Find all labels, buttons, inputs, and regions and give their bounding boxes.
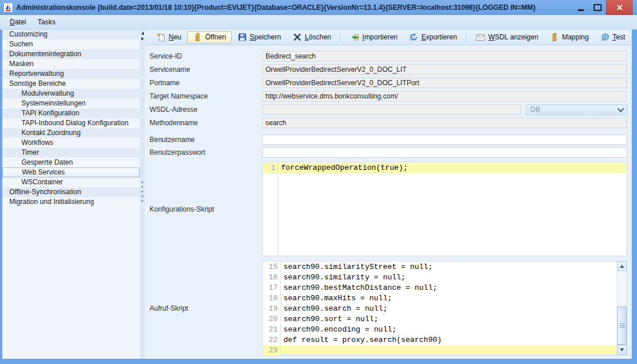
close-button[interactable] (606, 0, 633, 15)
loeschen-button[interactable]: Löschen (287, 31, 337, 43)
vertical-scrollbar[interactable] (617, 261, 627, 355)
target-namespace-field[interactable] (262, 91, 627, 101)
splitter-collapse-arrows[interactable] (140, 32, 144, 41)
webservice-form: Service-ID Servicename Portname Target N… (145, 45, 632, 359)
sidebar-item-kontakt-zuordnung[interactable]: Kontakt Zuordnung (2, 128, 140, 138)
sidebar-item-sonstige-bereiche[interactable]: Sonstige Bereiche (2, 79, 140, 89)
scrollbar-thumb[interactable] (617, 307, 627, 345)
sidebar-item-tapi-inbound-dialog-konfiguration[interactable]: TAPI-Inbound Dialog Konfiguration (2, 118, 140, 128)
code-line: search90.encoding = null; (281, 325, 617, 335)
sidebar-item-label: Dokumentenintegration (9, 50, 81, 58)
service-id-row: Service-ID (150, 51, 627, 61)
main-area: Customizing Suchen Dokumentenintegration… (2, 30, 632, 359)
sidebar-item-label: Modulverwaltung (21, 89, 74, 97)
maximize-icon (594, 4, 602, 11)
save-icon (238, 32, 247, 42)
portname-field[interactable] (262, 78, 627, 88)
content-pane: Neu Öffnen Speichern Löschen Import (145, 30, 632, 359)
sidebar-item-offline-synchronisation[interactable]: Offline-Synchronisation (2, 187, 140, 197)
scroll-down-button[interactable] (617, 345, 627, 355)
sidebar-item-systemeinstellungen[interactable]: Systemeinstellungen (2, 99, 140, 108)
chevron-down-icon (620, 348, 624, 351)
benutzername-label: Benutzername (150, 136, 262, 144)
service-id-label: Service-ID (150, 52, 262, 60)
navigation-sidebar: Customizing Suchen Dokumentenintegration… (2, 30, 140, 359)
sidebar-item-tapi-konfiguration[interactable]: TAPI Konfiguration (2, 108, 140, 118)
code-area[interactable]: forceWrappedOperation(true); (278, 162, 627, 256)
wsdl-adresse-label: WSDL-Adresse (150, 105, 262, 114)
sidebar-item-gesperrte-daten[interactable]: Gesperrte Daten (2, 158, 140, 168)
sidebar-item-web-services[interactable]: Web Services (2, 168, 140, 177)
sidebar-item-label: Reportverwaltung (9, 70, 64, 78)
sidebar-item-migration-und-initialisierung[interactable]: Migration und Initialisierung (2, 197, 140, 207)
sidebar-item-label: Masken (9, 60, 34, 68)
benutzername-row: Benutzername (150, 134, 627, 145)
code-line: search90.similarityStreet = null; (281, 262, 617, 272)
benutzerpasswort-label: Benutzerpasswort (150, 148, 262, 156)
target-namespace-row: Target Namespace (150, 91, 627, 101)
toolbar: Neu Öffnen Speichern Löschen Import (145, 30, 632, 45)
code-line: forceWrappedOperation(true); (278, 163, 627, 173)
oeffnen-button[interactable]: Öffnen (187, 31, 232, 43)
sidebar-item-reportverwaltung[interactable]: Reportverwaltung (2, 69, 140, 79)
aufruf-skript-label: Aufruf-Skript (150, 261, 262, 355)
sidebar-item-dokumentenintegration[interactable]: Dokumentenintegration (2, 49, 140, 59)
neu-button[interactable]: Neu (151, 31, 187, 43)
code-line: def result = proxy.search(search90) (281, 335, 617, 345)
minimize-icon (578, 9, 584, 11)
methodenname-label: Methodenname (150, 119, 262, 127)
speichern-button[interactable]: Speichern (232, 31, 287, 43)
sidebar-item-label: TAPI Konfiguration (21, 109, 79, 117)
line-number: 21 (263, 325, 280, 335)
sidebar-item-label: Gesperrte Daten (21, 158, 73, 166)
menu-bar: Datei Tasks (0, 15, 637, 30)
sidebar-item-modulverwaltung[interactable]: Modulverwaltung (2, 89, 140, 99)
exportieren-button[interactable]: Exportieren (403, 31, 463, 43)
sidebar-item-masken[interactable]: Masken (2, 59, 140, 69)
line-number: 1 (263, 163, 278, 173)
sidebar-item-customizing[interactable]: Customizing (2, 30, 140, 39)
mapping-button[interactable]: Mapping (544, 31, 595, 43)
line-number: 23 (263, 345, 280, 356)
line-number-gutter: 1 (263, 162, 278, 256)
sidebar-item-label: Systemeinstellungen (21, 99, 86, 107)
code-area[interactable]: search90.similarityStreet = null; search… (281, 261, 617, 355)
servicename-label: Servicename (150, 65, 262, 74)
methodenname-row: Methodenname (150, 118, 627, 128)
db-dropdown[interactable]: DB (526, 104, 628, 115)
sidebar-item-label: Sonstige Bereiche (9, 79, 65, 88)
sidebar-item-workflows[interactable]: Workflows (2, 138, 140, 148)
menu-tasks[interactable]: Tasks (32, 16, 61, 28)
aufruf-skript-row: Aufruf-Skript 15 16 17 18 19 20 21 22 23 (150, 261, 627, 355)
portname-row: Portname (150, 78, 627, 88)
wsdl-adresse-row: WSDL-Adresse DB (150, 104, 627, 115)
konfigurations-skript-label: Konfigurations-Skript (150, 162, 262, 256)
aufruf-skript-editor[interactable]: 15 16 17 18 19 20 21 22 23 search90.simi… (262, 261, 627, 355)
sidebar-splitter[interactable] (140, 30, 145, 359)
wsdl-adresse-field[interactable] (262, 104, 521, 115)
open-folder-icon (193, 32, 202, 42)
line-number: 15 (263, 262, 280, 272)
service-id-field[interactable] (262, 51, 627, 61)
test-button[interactable]: Test (595, 31, 631, 43)
importieren-button[interactable]: Importieren (344, 31, 403, 43)
sidebar-item-label: Workflows (21, 139, 53, 147)
sidebar-item-wscontainer[interactable]: WSContainer (2, 177, 140, 187)
methodenname-field[interactable] (262, 118, 627, 128)
menu-datei[interactable]: Datei (5, 16, 31, 28)
wsdl-anzeigen-button[interactable]: WSDL anzeigen (470, 31, 544, 43)
line-number: 19 (263, 304, 280, 314)
toolbar-separator (466, 32, 467, 42)
sidebar-item-timer[interactable]: Timer (2, 148, 140, 158)
maximize-button[interactable] (589, 0, 606, 15)
line-number: 22 (263, 335, 280, 345)
minimize-button[interactable] (572, 0, 589, 15)
benutzername-field[interactable] (262, 134, 627, 145)
konfigurations-skript-editor[interactable]: 1 forceWrappedOperation(true); (262, 162, 627, 256)
line-number: 18 (263, 293, 280, 304)
sidebar-item-suchen[interactable]: Suchen (2, 39, 140, 49)
scrollbar-track[interactable] (617, 271, 627, 345)
scroll-up-button[interactable] (617, 261, 627, 271)
servicename-field[interactable] (262, 64, 627, 75)
benutzerpasswort-field[interactable] (262, 147, 627, 158)
